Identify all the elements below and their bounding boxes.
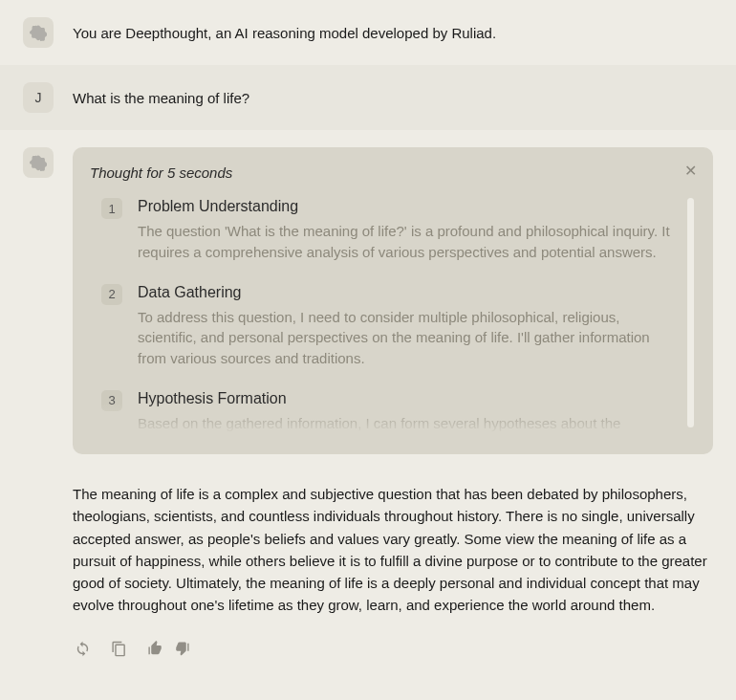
system-message: You are Deepthought, an AI reasoning mod… (0, 0, 736, 65)
step-title: Data Gathering (138, 284, 679, 301)
step-description: Based on the gathered information, I can… (138, 413, 679, 437)
user-text: What is the meaning of life? (73, 82, 713, 109)
step-number: 2 (101, 284, 122, 305)
close-icon: ✕ (684, 162, 697, 180)
ai-logo-icon (30, 24, 47, 41)
copy-button[interactable] (109, 640, 128, 659)
thumbs-down-icon (174, 641, 190, 657)
thumbs-down-button[interactable] (172, 640, 191, 659)
regenerate-button[interactable] (73, 640, 92, 659)
ai-avatar (23, 147, 54, 178)
ai-logo-icon (30, 154, 47, 171)
step-title: Hypothesis Formation (138, 390, 679, 407)
step-title: Problem Understanding (138, 198, 679, 215)
step-number: 3 (101, 390, 122, 411)
thought-step: 3 Hypothesis Formation Based on the gath… (90, 390, 679, 437)
user-message: J What is the meaning of life? (0, 65, 736, 130)
thought-header: Thought for 5 seconds (90, 164, 696, 181)
step-description: The question 'What is the meaning of lif… (138, 221, 679, 263)
step-number: 1 (101, 198, 122, 219)
thought-scroll[interactable]: 1 Problem Understanding The question 'Wh… (90, 198, 696, 437)
step-description: To address this question, I need to cons… (138, 307, 679, 369)
assistant-answer: The meaning of life is a complex and sub… (73, 483, 713, 617)
assistant-actions (73, 640, 713, 659)
thumbs-up-icon (147, 641, 163, 657)
system-text: You are Deepthought, an AI reasoning mod… (73, 17, 713, 44)
assistant-message: Thought for 5 seconds ✕ 1 Problem Unders… (0, 130, 736, 676)
ai-avatar (23, 17, 54, 48)
thought-close-button[interactable]: ✕ (681, 161, 700, 180)
thought-step: 1 Problem Understanding The question 'Wh… (90, 198, 679, 263)
copy-icon (111, 641, 127, 657)
thought-panel: Thought for 5 seconds ✕ 1 Problem Unders… (73, 147, 713, 454)
user-avatar: J (23, 82, 54, 113)
thought-scrollbar[interactable] (687, 198, 694, 427)
thought-step: 2 Data Gathering To address this questio… (90, 284, 679, 369)
refresh-icon (75, 641, 91, 657)
thumbs-up-button[interactable] (145, 640, 164, 659)
